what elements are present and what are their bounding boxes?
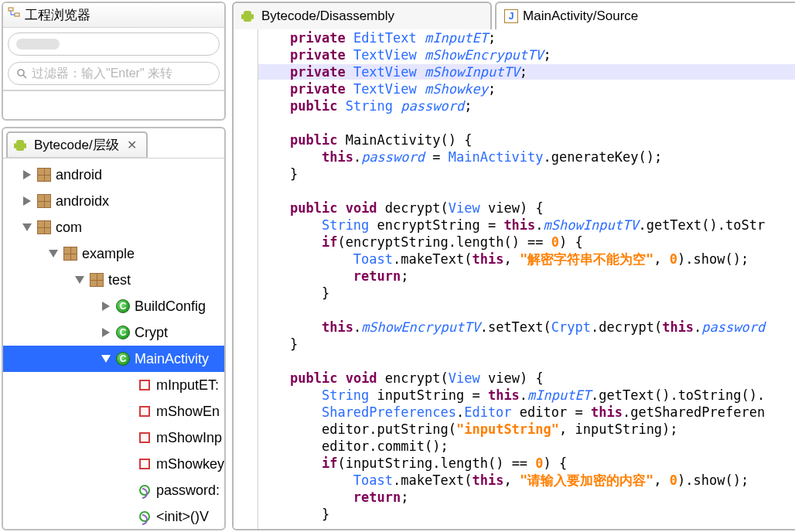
java-file-icon: J <box>504 9 518 23</box>
tree-node-buildconfig[interactable]: C BuildConfig <box>3 293 224 319</box>
tree-label: MainActivity <box>135 351 209 367</box>
package-icon <box>37 168 51 182</box>
app-root: 工程浏览器 过滤器：输入"Enter" 来转 Bytecode/层级 ✕ <box>0 0 795 532</box>
search-blank-pill[interactable] <box>8 32 220 56</box>
android-icon <box>241 9 254 23</box>
tree-node-init[interactable]: <init>()V <box>3 503 224 530</box>
close-icon[interactable]: ✕ <box>127 138 137 152</box>
package-icon <box>90 273 104 287</box>
tree-node-mainactivity[interactable]: C MainActivity <box>3 346 224 372</box>
tab-disassembly[interactable]: Bytecode/Disassembly <box>232 2 492 29</box>
chevron-down-icon <box>22 223 32 231</box>
class-icon: C <box>116 326 130 339</box>
android-icon <box>14 138 26 152</box>
chevron-right-icon <box>102 328 110 337</box>
project-explorer-panel: 工程浏览器 过滤器：输入"Enter" 来转 <box>2 2 226 121</box>
explorer-searches: 过滤器：输入"Enter" 来转 <box>3 28 224 91</box>
editor-tabs: Bytecode/Disassembly J MainActivity/Sour… <box>232 2 795 29</box>
chevron-right-icon <box>23 170 31 179</box>
tree-label: BuildConfig <box>135 298 206 315</box>
tab-label: MainActivity/Source <box>523 9 638 24</box>
tree-label: com <box>56 220 82 236</box>
tree-label: mShowInp <box>156 430 222 446</box>
filter-placeholder: 过滤器：输入"Enter" 来转 <box>32 66 172 82</box>
tree-node-example[interactable]: example <box>3 240 224 267</box>
public-method-icon <box>139 511 150 522</box>
left-column: 工程浏览器 过滤器：输入"Enter" 来转 Bytecode/层级 ✕ <box>0 0 227 532</box>
field-icon <box>139 459 150 469</box>
tree-label: mShowkey <box>156 456 224 472</box>
tab-source[interactable]: J MainActivity/Source ✕ <box>495 2 795 29</box>
svg-rect-1 <box>15 13 19 16</box>
source-code[interactable]: private EditText mInputET; private TextV… <box>258 29 795 529</box>
tree-label: Crypt <box>135 325 168 341</box>
tree-label: example <box>82 246 135 262</box>
hierarchy-tab-label: Bytecode/层级 <box>34 136 119 154</box>
tree-label: mInputET: <box>156 377 219 394</box>
tree-node-crypt[interactable]: C Crypt <box>3 319 224 346</box>
editor-area: private EditText mInputET; private TextV… <box>232 29 795 530</box>
package-icon <box>37 220 51 234</box>
tree-node-mshowkey[interactable]: mShowkey <box>3 451 224 477</box>
public-field-icon <box>139 485 150 496</box>
tree-label: password: <box>156 483 220 499</box>
right-column: Bytecode/Disassembly J MainActivity/Sour… <box>227 0 795 532</box>
tree-label: android <box>56 167 102 183</box>
tree-node-mshowinp[interactable]: mShowInp <box>3 425 224 451</box>
package-tree: android androidx com example <box>3 159 224 530</box>
tree-node-android[interactable]: android <box>3 162 224 188</box>
project-explorer-header: 工程浏览器 <box>3 3 224 28</box>
field-icon <box>139 380 150 390</box>
tree-label: mShowEn <box>156 404 220 420</box>
tree-node-password[interactable]: password: <box>3 477 224 503</box>
tab-label: Bytecode/Disassembly <box>261 9 394 24</box>
tree-node-androidx[interactable]: androidx <box>3 188 224 214</box>
class-icon: C <box>116 352 130 366</box>
tree-node-minputet[interactable]: mInputET: <box>3 372 224 398</box>
tree-node-com[interactable]: com <box>3 214 224 240</box>
chevron-down-icon <box>75 276 84 284</box>
hierarchy-tab[interactable]: Bytecode/层级 ✕ <box>6 131 148 158</box>
chevron-right-icon <box>102 302 110 311</box>
blank-placeholder <box>16 39 60 49</box>
chevron-right-icon <box>23 196 31 206</box>
package-icon <box>63 247 77 261</box>
search-icon <box>16 68 27 79</box>
package-icon <box>37 194 51 208</box>
field-icon <box>139 432 150 443</box>
tree-label: androidx <box>56 193 109 210</box>
field-icon <box>139 406 150 417</box>
tree-structure-icon <box>8 7 20 23</box>
bytecode-hierarchy-panel: Bytecode/层级 ✕ android androidx <box>2 127 226 530</box>
tree-label: <init>()V <box>156 509 209 525</box>
class-icon: C <box>116 299 130 313</box>
project-explorer-title: 工程浏览器 <box>25 6 90 24</box>
tree-label: test <box>108 272 131 288</box>
chevron-down-icon <box>49 250 58 257</box>
svg-line-3 <box>23 75 26 78</box>
tree-node-test[interactable]: test <box>3 267 224 293</box>
chevron-down-icon <box>101 355 111 363</box>
svg-point-2 <box>18 70 24 76</box>
tree-node-mshowen[interactable]: mShowEn <box>3 398 224 425</box>
filter-input[interactable]: 过滤器：输入"Enter" 来转 <box>8 62 220 85</box>
editor-gutter <box>234 29 258 529</box>
svg-rect-0 <box>9 8 13 11</box>
